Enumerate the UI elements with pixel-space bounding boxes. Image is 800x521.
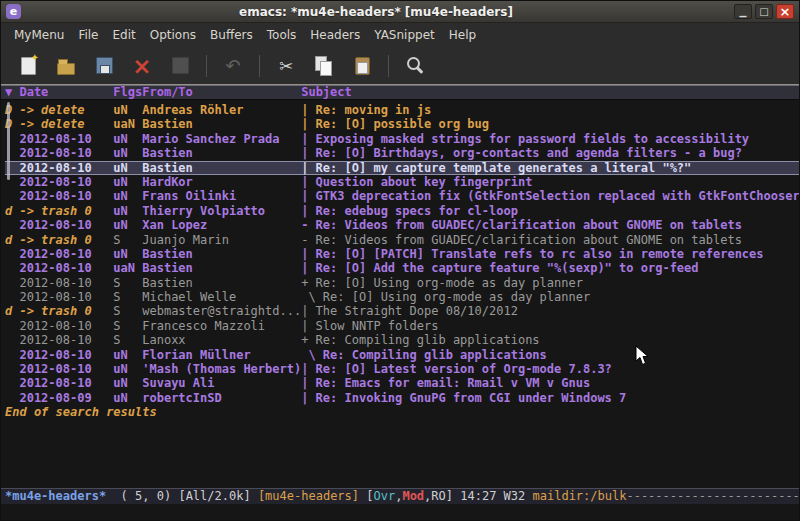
row-date: 2012-08-10 <box>19 261 113 275</box>
save-as-icon <box>167 53 193 79</box>
row-date: 2012-08-10 <box>19 146 113 160</box>
row-flags: uN <box>113 348 142 362</box>
row-flags: uN <box>113 189 142 203</box>
row-date: 2012-08-10 <box>19 218 113 232</box>
message-row[interactable]: 2012-08-10uNHardKor| Question about key … <box>5 175 799 189</box>
column-header-date[interactable]: ▼ Date <box>5 86 113 99</box>
column-header-subject[interactable]: Subject <box>301 86 799 99</box>
row-date: 2012-08-10 <box>19 290 113 304</box>
message-row[interactable]: 2012-08-10uNMario Sanchez Prada| Exposin… <box>5 132 799 146</box>
row-from: Bastien <box>142 146 301 160</box>
row-mark-flag <box>5 189 19 203</box>
scrollbar-thumb[interactable] <box>7 102 10 180</box>
close-button[interactable] <box>776 4 794 19</box>
row-from: Juanjo Marin <box>142 233 301 247</box>
row-from: Florian Müllner <box>142 348 301 362</box>
emacs-window: emacs: *mu4e-headers* [mu4e-headers] MyM… <box>0 0 800 521</box>
message-row[interactable]: 2012-08-10uN'Mash (Thomas Herbert)| Re: … <box>5 362 799 376</box>
row-flags: uN <box>113 391 142 405</box>
titlebar[interactable]: emacs: *mu4e-headers* [mu4e-headers] <box>1 1 799 23</box>
minibuffer-echo-area[interactable] <box>1 504 799 520</box>
row-subject: + Re: [O] Using org-mode as day planner <box>301 276 799 290</box>
message-row[interactable]: 2012-08-10uaNBastien| Re: [O] Add the ca… <box>5 261 799 275</box>
message-row[interactable]: 2012-08-10uNBastien| Re: [O] my capture … <box>5 161 799 175</box>
modeline-segment: [mu4e-headers] <box>258 489 366 503</box>
message-row[interactable]: 2012-08-10SBastien+ Re: [O] Using org-mo… <box>5 276 799 290</box>
row-date: 2012-08-10 <box>19 189 113 203</box>
message-row[interactable]: 2012-08-10uNSuvayu Ali| Re: Emacs for em… <box>5 376 799 390</box>
row-flags: uaN <box>113 117 142 131</box>
row-from: Bastien <box>142 117 301 131</box>
row-from: HardKor <box>142 175 301 189</box>
new-file-icon[interactable] <box>15 53 41 79</box>
message-row[interactable]: D-> deleteuaNBastien| Re: [O] possible o… <box>5 117 799 131</box>
message-row[interactable]: 2012-08-10uNBastien| Re: [O] Birthdays, … <box>5 146 799 160</box>
message-row[interactable]: 2012-08-10uNXan Lopez- Re: Videos from G… <box>5 218 799 232</box>
column-header-from[interactable]: From/To <box>142 86 301 99</box>
undo-icon <box>220 53 246 79</box>
message-row[interactable]: 2012-08-10SLanoxx+ Re: Compiling glib ap… <box>5 333 799 347</box>
menu-tools[interactable]: Tools <box>260 26 304 44</box>
message-row[interactable]: d-> trash 0uNThierry Volpiatto| Re: edeb… <box>5 204 799 218</box>
row-flags: uN <box>113 204 142 218</box>
row-mark-flag <box>5 276 19 290</box>
modeline-segment: -------------------------------- <box>626 489 799 503</box>
maximize-button[interactable] <box>755 4 773 19</box>
message-row[interactable]: 2012-08-10SMichael Welle \ Re: [O] Using… <box>5 290 799 304</box>
modeline-segment: *mu4e-headers* <box>5 489 106 503</box>
row-flags: uN <box>113 132 142 146</box>
menu-help[interactable]: Help <box>442 26 483 44</box>
row-mark-flag <box>5 261 19 275</box>
row-subject: | Re: [O] Latest version of Org-mode 7.8… <box>301 362 799 376</box>
message-row[interactable]: 2012-08-10uNFrans Oilinki| GTK3 deprecat… <box>5 189 799 203</box>
row-date: -> trash 0 <box>19 204 113 218</box>
menu-file[interactable]: File <box>71 26 105 44</box>
message-row[interactable]: d-> trash 0SJuanjo Marin- Re: Videos fro… <box>5 233 799 247</box>
message-row[interactable]: 2012-08-10uNBastien| Re: [O] [PATCH] Tra… <box>5 247 799 261</box>
row-date: 2012-08-10 <box>19 247 113 261</box>
modeline-segment: Ovr <box>374 489 396 503</box>
menu-buffers[interactable]: Buffers <box>203 26 260 44</box>
row-flags: uN <box>113 161 142 175</box>
row-flags: S <box>113 319 142 333</box>
row-flags: S <box>113 233 142 247</box>
row-subject: | Slow NNTP folders <box>301 319 799 333</box>
message-row[interactable]: 2012-08-09uNrobertcInSD| Re: Invoking Gn… <box>5 391 799 405</box>
modeline-segment: [All/2.0k] <box>178 489 257 503</box>
row-flags: S <box>113 290 142 304</box>
message-row[interactable]: 2012-08-10uNFlorian Müllner \ Re: Compil… <box>5 348 799 362</box>
message-row[interactable]: d-> trash 0Swebmaster@straightd...| The … <box>5 304 799 318</box>
modeline-segment: W32 <box>504 489 533 503</box>
copy-icon[interactable] <box>311 53 337 79</box>
open-file-icon[interactable] <box>53 53 79 79</box>
row-date: 2012-08-10 <box>19 348 113 362</box>
menu-bar: MyMenuFileEditOptionsBuffersToolsHeaders… <box>1 23 799 47</box>
row-date: -> trash 0 <box>19 233 113 247</box>
save-icon[interactable] <box>91 53 117 79</box>
row-subject: | Re: [O] [PATCH] Translate refs to rc a… <box>301 247 799 261</box>
column-header-flags[interactable]: Flgs <box>113 86 142 99</box>
message-row[interactable]: D-> deleteuNAndreas Röhler| Re: moving i… <box>5 103 799 117</box>
row-from: Mario Sanchez Prada <box>142 132 301 146</box>
menu-options[interactable]: Options <box>143 26 203 44</box>
menu-yasnippet[interactable]: YASnippet <box>367 26 442 44</box>
menu-mymenu[interactable]: MyMenu <box>7 26 71 44</box>
row-mark-flag <box>5 348 19 362</box>
menu-headers[interactable]: Headers <box>303 26 367 44</box>
mode-line[interactable]: *mu4e-headers* ( 5, 0) [All/2.0k] [mu4e-… <box>1 488 799 504</box>
minimize-button[interactable] <box>734 4 752 19</box>
cut-icon[interactable] <box>273 53 299 79</box>
kill-buffer-icon[interactable] <box>129 53 155 79</box>
search-icon[interactable] <box>402 53 428 79</box>
menu-edit[interactable]: Edit <box>106 26 143 44</box>
message-row[interactable]: 2012-08-10SFrancesco Mazzoli| Slow NNTP … <box>5 319 799 333</box>
row-mark-flag <box>5 333 19 347</box>
row-date: 2012-08-10 <box>19 161 113 175</box>
row-from: Frans Oilinki <box>142 189 301 203</box>
row-flags: uN <box>113 247 142 261</box>
headers-buffer[interactable]: D-> deleteuNAndreas Röhler| Re: moving i… <box>1 100 799 488</box>
row-subject: | Exposing masked strings for password f… <box>301 132 799 146</box>
row-date: 2012-08-10 <box>19 362 113 376</box>
paste-icon[interactable] <box>349 53 375 79</box>
row-flags: uN <box>113 218 142 232</box>
